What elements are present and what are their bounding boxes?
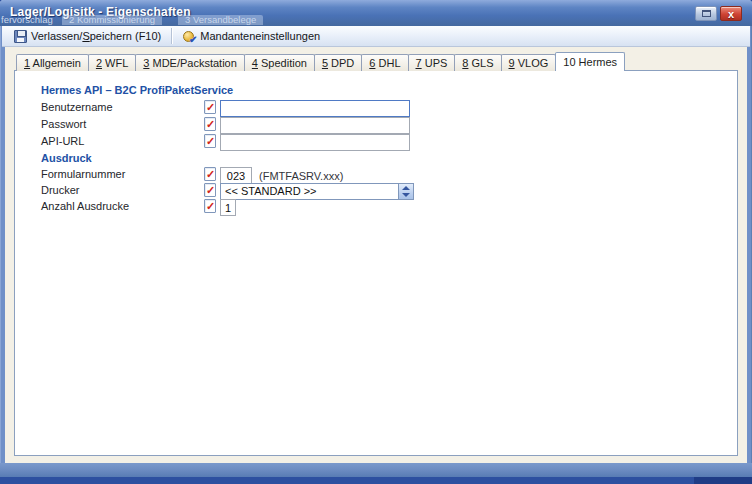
toolbar: Verlassen/Speichern (F10) Mandanteneinst… [2, 26, 750, 47]
label-passwort: Passwort [41, 117, 86, 132]
anzahl-ausdrucke-input[interactable] [220, 199, 236, 216]
desktop-background-strip [0, 477, 752, 484]
save-icon [14, 30, 27, 43]
tab-wfl[interactable]: 2 WFL [88, 54, 136, 71]
drucker-selected-value: << STANDARD >> [225, 185, 317, 197]
save-exit-label: Verlassen/Speichern (F10) [31, 30, 161, 42]
chevron-down-icon [402, 193, 410, 197]
benutzername-input[interactable] [220, 100, 410, 117]
tab-gls[interactable]: 8 GLS [454, 54, 501, 71]
window-bottom-frame [0, 463, 752, 477]
required-check-drucker[interactable] [204, 183, 216, 197]
tab-vlog[interactable]: 9 VLOG [501, 54, 557, 71]
required-check-passwort[interactable] [204, 117, 216, 131]
tab-strip: 1 Allgemein 2 WFL 3 MDE/Packstation 4 Sp… [16, 53, 624, 71]
close-icon: x [721, 7, 741, 20]
tab-dpd[interactable]: 5 DPD [314, 54, 362, 71]
tab-ups[interactable]: 7 UPS [408, 54, 456, 71]
api-url-input[interactable] [220, 134, 410, 151]
tab-mde-packstation[interactable]: 3 MDE/Packstation [135, 54, 245, 71]
dialog-window: Lager/Logisitk - Eigenschaften fervorsch… [0, 0, 752, 477]
background-corner [694, 477, 752, 484]
passwort-input[interactable] [220, 117, 410, 134]
title-bar: Lager/Logisitk - Eigenschaften fervorsch… [0, 0, 752, 26]
toolbar-separator [171, 28, 172, 44]
chevron-up-icon [402, 186, 410, 190]
formularnummer-input[interactable] [220, 167, 252, 184]
label-drucker: Drucker [41, 183, 80, 198]
tab-allgemein[interactable]: 1 Allgemein [16, 54, 89, 71]
label-benutzername: Benutzername [41, 100, 113, 115]
required-check-formularnummer[interactable] [204, 167, 216, 181]
drucker-dropdown-button[interactable] [398, 184, 413, 199]
save-exit-button[interactable]: Verlassen/Speichern (F10) [8, 27, 167, 45]
mandanten-label: Mandanteneinstellungen [200, 30, 320, 42]
close-button[interactable]: x [720, 6, 742, 21]
required-check-anzahl[interactable] [204, 199, 216, 213]
section-header-ausdruck: Ausdruck [41, 152, 92, 164]
dialog-client-area: 1 Allgemein 2 WFL 3 MDE/Packstation 4 Sp… [5, 47, 747, 463]
label-api-url: API-URL [41, 134, 84, 149]
tab-spedition[interactable]: 4 Spedition [244, 54, 315, 71]
tab-dhl[interactable]: 6 DHL [361, 54, 408, 71]
required-check-benutzername[interactable] [204, 100, 216, 114]
tab-hermes[interactable]: 10 Hermes [555, 52, 625, 71]
tab-page-hermes: Hermes API – B2C ProfiPaketService Benut… [14, 70, 738, 456]
required-check-api-url[interactable] [204, 134, 216, 148]
mandanten-settings-button[interactable]: Mandanteneinstellungen [176, 27, 326, 45]
window-title: Lager/Logisitk - Eigenschaften [10, 5, 191, 19]
drucker-select[interactable]: << STANDARD >> [220, 183, 414, 200]
label-formularnummer: Formularnummer [41, 167, 125, 182]
section-header-hermes-api: Hermes API – B2C ProfiPaketService [41, 84, 233, 96]
maximize-button[interactable] [695, 6, 717, 21]
maximize-icon [702, 10, 711, 17]
mandanten-icon [182, 30, 196, 43]
formularnummer-hint: (FMTFASRV.xxx) [259, 170, 343, 182]
label-anzahl-ausdrucke: Anzahl Ausdrucke [41, 199, 129, 214]
